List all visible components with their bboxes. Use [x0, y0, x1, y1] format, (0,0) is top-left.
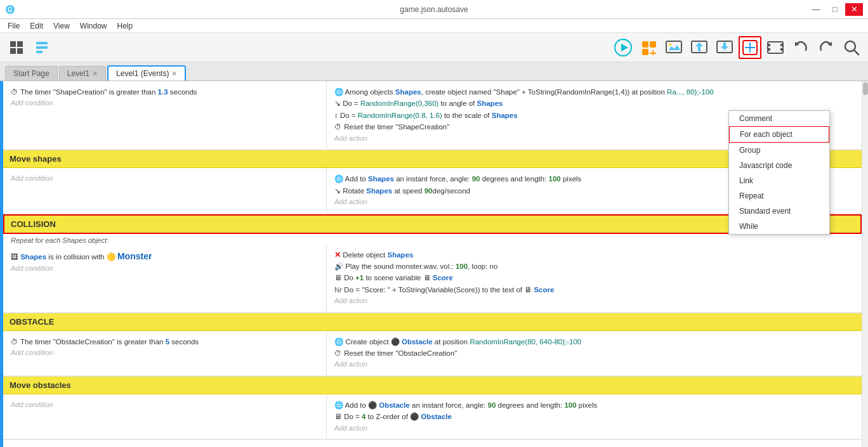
svg-rect-26	[768, 44, 770, 46]
add-condition-collision[interactable]: Add condition	[11, 263, 319, 275]
svg-rect-2	[10, 41, 16, 47]
scene-button[interactable]	[662, 36, 685, 59]
svg-rect-27	[768, 48, 770, 51]
menu-edit[interactable]: Edit	[25, 20, 48, 32]
action-sound: 🔊 Play the sound monster.wav, vol.: 100,…	[334, 261, 854, 272]
minimize-button[interactable]: —	[807, 3, 825, 16]
tab-level1-events-close[interactable]: ✕	[171, 70, 177, 78]
obstacle-icon-2: ⚫	[368, 401, 377, 409]
maximize-button[interactable]: □	[826, 3, 844, 16]
svg-rect-29	[780, 48, 783, 51]
shapes-icon: 🖼	[11, 253, 18, 261]
condition-obstacle-text: ⏱ The timer "ObstacleCreation" is greate…	[11, 336, 319, 347]
add-action-obstacle[interactable]: Add action	[334, 359, 854, 370]
obstacle-icon: ⚫	[391, 338, 400, 346]
action-create-obstacle: 🌐 Create object ⚫ Obstacle at position R…	[334, 336, 854, 347]
window-controls: — □ ✕	[807, 3, 863, 16]
redo-button[interactable]	[815, 36, 838, 59]
search-toolbar-button[interactable]	[840, 36, 863, 59]
menu-window[interactable]: Window	[75, 20, 112, 32]
svg-rect-11	[642, 41, 648, 48]
svg-point-17	[669, 43, 671, 46]
window-title: game.json.autosave	[400, 5, 468, 14]
condition-collision: 🖼 Shapes is in collision with 🟡 Monster …	[3, 244, 327, 312]
event-row-collision: 🖼 Shapes is in collision with 🟡 Monster …	[3, 244, 862, 313]
action-reset-obstacle-timer: ⏱ Reset the timer "ObstacleCreation"	[334, 347, 854, 359]
add-event-button[interactable]	[739, 36, 761, 59]
action-score-text: Nr Do = "Score: " + ToString(Variable(Sc…	[334, 284, 854, 295]
svg-marker-10	[621, 44, 628, 51]
event-row-obstacle: ⏱ The timer "ObstacleCreation" is greate…	[3, 331, 862, 376]
add-action-move-obstacles[interactable]: Add action	[334, 423, 854, 434]
obstacle-header: OBSTACLE	[3, 313, 862, 331]
toolbar	[0, 33, 868, 62]
scrollbar-thumb[interactable]	[863, 82, 868, 95]
upload-button[interactable]	[713, 36, 736, 59]
tab-level1-close[interactable]: ✕	[92, 70, 98, 78]
condition-collision-text: 🖼 Shapes is in collision with 🟡 Monster	[11, 249, 319, 263]
add-condition-move-shapes[interactable]: Add condition	[11, 173, 319, 185]
film-button[interactable]	[764, 36, 787, 59]
events-button[interactable]	[30, 36, 53, 59]
export-button[interactable]	[688, 36, 711, 59]
event-row-move-obstacles: Add condition 🌐 Add to ⚫ Obstacle an ins…	[3, 394, 862, 439]
monster-icon: 🟡	[107, 253, 115, 261]
action-move-obstacles: 🌐 Add to ⚫ Obstacle an instant force, an…	[327, 394, 862, 439]
condition-timer-shape: ⏱ The timer "ShapeCreation" is greater t…	[3, 81, 327, 149]
action-collision: ✕ Delete object Shapes 🔊 Play the sound …	[327, 244, 862, 312]
svg-rect-12	[650, 41, 656, 48]
svg-rect-16	[666, 41, 681, 53]
tab-level1-events[interactable]: Level1 (Events) ✕	[107, 65, 186, 81]
action-score-var: 🖥 Do +1 to scene variable 🖥 Score	[334, 272, 854, 283]
dropdown-foreach[interactable]: For each object	[729, 126, 829, 143]
add-condition-1[interactable]: Add condition	[11, 98, 319, 109]
menu-view[interactable]: View	[48, 20, 75, 32]
tab-level1[interactable]: Level1 ✕	[59, 66, 106, 81]
add-object-button[interactable]	[637, 36, 660, 59]
dropdown-repeat[interactable]: Repeat	[729, 188, 829, 204]
svg-rect-8	[36, 51, 43, 53]
layout-button[interactable]	[5, 36, 28, 59]
tab-level1-label: Level1	[67, 69, 89, 78]
scrollbar[interactable]	[862, 81, 868, 447]
condition-obstacle: ⏱ The timer "ObstacleCreation" is greate…	[3, 331, 327, 375]
undo-button[interactable]	[789, 36, 812, 59]
svg-rect-7	[36, 46, 48, 49]
obstacle-icon-3: ⚫	[410, 413, 419, 420]
svg-rect-3	[17, 41, 23, 47]
svg-marker-19	[695, 42, 703, 51]
dropdown-standard[interactable]: Standard event	[729, 204, 829, 219]
dropdown-menu: Comment For each object Group Javascript…	[728, 110, 830, 235]
timer-value: 1.3	[158, 88, 168, 96]
action-zorder-obstacle: 🖥 Do = 4 to Z-order of ⚫ Obstacle	[334, 411, 854, 422]
svg-rect-24	[745, 47, 755, 48]
timer-icon: ⏱	[11, 88, 18, 96]
dropdown-comment[interactable]: Comment	[729, 111, 829, 126]
tabs-bar: Start Page Level1 ✕ Level1 (Events) ✕	[0, 62, 868, 81]
action-delete: ✕ Delete object Shapes	[334, 249, 854, 261]
svg-marker-21	[721, 42, 728, 50]
menu-help[interactable]: Help	[112, 20, 138, 32]
action-obstacle: 🌐 Create object ⚫ Obstacle at position R…	[327, 331, 862, 375]
menu-file[interactable]: File	[3, 20, 25, 32]
svg-rect-28	[780, 44, 783, 46]
add-action-collision[interactable]: Add action	[334, 295, 854, 307]
event-obstacle: ⏱ The timer "ObstacleCreation" is greate…	[3, 331, 862, 377]
action-angle: ↘ Do = RandomInRange(0,360) to angle of …	[334, 98, 854, 109]
add-condition-obstacle[interactable]: Add condition	[11, 347, 319, 359]
dropdown-link[interactable]: Link	[729, 173, 829, 188]
tab-start-page-label: Start Page	[13, 69, 49, 78]
action-create-shape: 🌐 Among objects Shapes, create object na…	[334, 86, 854, 98]
obstacle-timer-icon: ⏱	[11, 338, 18, 346]
dropdown-group[interactable]: Group	[729, 143, 829, 158]
tab-start-page[interactable]: Start Page	[5, 66, 58, 81]
menu-bar: File Edit View Window Help	[0, 19, 868, 33]
svg-rect-4	[10, 48, 16, 54]
close-button[interactable]: ✕	[845, 3, 863, 16]
play-button[interactable]	[612, 36, 635, 59]
svg-rect-25	[768, 42, 783, 53]
dropdown-javascript[interactable]: Javascript code	[729, 158, 829, 173]
dropdown-while[interactable]: While	[729, 219, 829, 234]
action-force-obstacle: 🌐 Add to ⚫ Obstacle an instant force, an…	[334, 399, 854, 411]
add-condition-move-obstacles[interactable]: Add condition	[11, 399, 319, 411]
